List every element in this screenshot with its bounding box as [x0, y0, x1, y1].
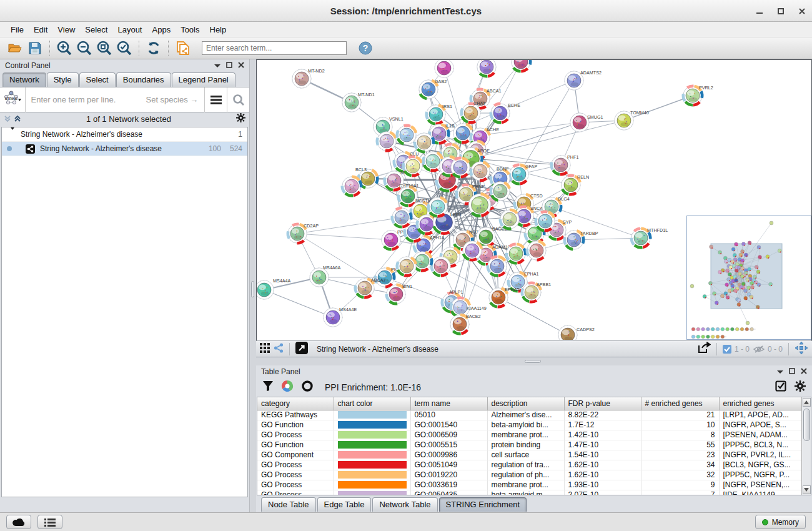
network-node-unlabeled[interactable] [377, 132, 396, 151]
network-node-unlabeled[interactable] [463, 241, 482, 260]
column-header-chart-color[interactable]: chart color [334, 397, 410, 410]
network-node-unlabeled[interactable] [491, 182, 510, 201]
tab-string-enrichment[interactable]: STRING Enrichment [439, 497, 527, 512]
tab-legend-panel[interactable]: Legend Panel [172, 72, 235, 87]
zoom-fit-icon[interactable] [94, 39, 114, 57]
network-node-cd2ap[interactable]: CD2AP [288, 223, 319, 243]
network-node-unlabeled[interactable] [471, 162, 490, 181]
string-term-input[interactable] [26, 95, 146, 104]
column-header--enriched-genes[interactable]: # enriched genes [641, 397, 719, 410]
zoom-in-icon[interactable] [54, 39, 74, 57]
network-node-gfap[interactable]: GFAP [510, 164, 538, 184]
grid-view-icon[interactable] [260, 343, 270, 355]
tab-boundaries[interactable]: Boundaries [116, 72, 171, 87]
cloud-icon[interactable] [6, 515, 31, 529]
table-row[interactable]: KEGG Pathways05010Alzheimer's dise...8.8… [257, 410, 801, 420]
network-node-unlabeled[interactable] [453, 124, 472, 142]
tab-network-table[interactable]: Network Table [372, 497, 437, 512]
network-node-unlabeled[interactable] [451, 158, 470, 177]
scroll-up-icon[interactable] [803, 398, 811, 407]
horizontal-splitter[interactable] [256, 357, 812, 365]
panel-close-icon[interactable] [238, 61, 244, 70]
network-node-reln[interactable]: RELN [562, 174, 589, 194]
network-node-unlabeled[interactable] [397, 257, 416, 275]
network-tree-row[interactable]: String Network - Alzheimer's disease1005… [2, 142, 247, 156]
network-node-unlabeled[interactable] [536, 212, 555, 231]
network-node-tardbp[interactable]: TARDBP [565, 231, 598, 249]
menu-layout[interactable]: Layout [113, 24, 146, 36]
table-row[interactable]: GO ProcessGO:0006509membrane prot...1.42… [257, 430, 801, 440]
network-node-chat[interactable]: CHAT [462, 101, 486, 122]
network-node-gab2[interactable]: GAB2 [419, 79, 447, 99]
tab-edge-table[interactable]: Edge Table [317, 497, 372, 512]
minimize-button[interactable] [756, 7, 763, 15]
network-node-apbb1[interactable]: APBB1 [522, 282, 551, 302]
filter-icon[interactable] [262, 380, 274, 394]
menu-select[interactable]: Select [81, 24, 112, 36]
copy-network-icon[interactable] [173, 39, 193, 57]
collapse-arrow-icon[interactable] [7, 130, 16, 139]
maximize-button[interactable] [777, 7, 785, 15]
network-node-unlabeled[interactable] [415, 133, 433, 152]
refresh-icon[interactable] [144, 39, 164, 57]
network-node-ms4a4e[interactable]: MS4A4E [324, 307, 357, 327]
help-icon[interactable]: ? [355, 39, 375, 57]
ring-chart-icon[interactable] [301, 380, 314, 395]
save-session-button[interactable] [25, 39, 45, 57]
string-options-icon[interactable] [204, 87, 227, 112]
string-protein-query-icon[interactable]: STRING [0, 87, 26, 112]
string-share-icon[interactable] [274, 343, 284, 355]
network-node-cadps2[interactable]: CADPS2 [558, 325, 595, 340]
open-session-button[interactable] [5, 39, 25, 57]
memory-button[interactable]: Memory [755, 515, 806, 529]
birds-eye-view[interactable] [686, 216, 811, 340]
column-header-enriched-genes[interactable]: enriched genes [719, 397, 801, 410]
menu-file[interactable]: File [6, 24, 28, 36]
column-header-description[interactable]: description [487, 397, 564, 410]
network-node-mt-nd1[interactable]: MT-ND1 [342, 92, 375, 112]
network-node-unlabeled[interactable] [392, 208, 411, 227]
network-node-mthfd1l[interactable]: MTHFD1L [631, 227, 668, 247]
network-node-irs1[interactable]: IRS1 [427, 104, 452, 124]
menu-help[interactable]: Help [205, 24, 231, 36]
table-settings-gear-icon[interactable] [795, 380, 806, 394]
network-node-unlabeled[interactable] [488, 257, 507, 275]
tab-network[interactable]: Network [2, 72, 46, 87]
network-options-gear-icon[interactable] [236, 113, 245, 125]
network-node-smug1[interactable]: SMUG1 [570, 113, 603, 132]
search-input[interactable] [202, 41, 347, 55]
table-scrollbar[interactable] [801, 397, 811, 495]
table-row[interactable]: GO ProcessGO:0019220regulation of ph...1… [257, 470, 801, 480]
panel-float-icon[interactable] [789, 367, 795, 376]
panel-float-icon[interactable] [226, 61, 232, 70]
export-network-icon[interactable] [697, 342, 711, 357]
expand-all-icon[interactable] [14, 114, 21, 125]
zoom-selected-icon[interactable] [114, 39, 134, 57]
table-row[interactable]: GO ProcessGO:0050435beta-amyloid m...2.0… [257, 490, 801, 495]
table-row[interactable]: GO FunctionGO:0001540beta-amyloid bi...1… [257, 420, 801, 430]
network-node-unlabeled[interactable] [512, 60, 530, 71]
column-header-term-name[interactable]: term name [410, 397, 487, 410]
panel-menu-icon[interactable] [777, 367, 783, 376]
menu-tools[interactable]: Tools [176, 24, 204, 36]
birds-eye-toggle-icon[interactable] [795, 341, 808, 357]
network-node-unlabeled[interactable] [527, 241, 546, 260]
network-node-tomm40[interactable]: TOMM40 [615, 110, 649, 130]
network-node-phf1[interactable]: PHF1 [552, 154, 579, 174]
panel-close-icon[interactable] [801, 367, 807, 376]
table-row[interactable]: GO FunctionGO:0005515protein binding1.47… [257, 440, 801, 450]
task-list-icon[interactable] [37, 515, 62, 529]
select-rows-icon[interactable] [775, 380, 787, 395]
table-row[interactable]: GO ProcessGO:0033619membrane prot...1.93… [257, 480, 801, 490]
network-node-unlabeled[interactable] [432, 257, 450, 275]
network-node-unlabeled[interactable] [477, 60, 496, 76]
network-node-bche[interactable]: BCHE [491, 102, 520, 122]
network-node-pvrl2[interactable]: PVRL2 [683, 85, 713, 105]
scroll-down-icon[interactable] [803, 485, 811, 494]
enrichment-table[interactable]: categorychart colorterm namedescriptionF… [257, 397, 801, 495]
network-node-abca7[interactable]: ABCA7 [355, 277, 386, 297]
scrollbar-thumb[interactable] [803, 409, 810, 441]
network-node-unlabeled[interactable] [342, 177, 361, 196]
tab-node-table[interactable]: Node Table [261, 497, 316, 512]
tab-select[interactable]: Select [79, 72, 116, 87]
